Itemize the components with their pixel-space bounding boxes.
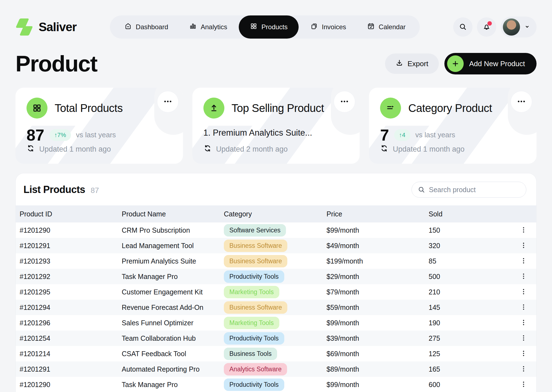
search-product-input[interactable] [412,182,526,198]
delta-badge: ↑4 [394,129,410,141]
row-menu-button[interactable] [518,240,529,251]
kebab-icon [520,226,527,234]
row-menu-button[interactable] [518,364,529,375]
kebab-icon [520,350,527,358]
cell-product-id: #1201290 [16,381,118,389]
category-badge: Productivity Tools [224,332,284,345]
notification-dot [487,21,492,26]
kebab-icon [520,273,527,281]
table-row: #1201290 Task Manager Pro Productivity T… [16,377,536,392]
table-row: #1201214 CSAT Feedback Tool Business Too… [16,346,536,361]
search-button[interactable] [453,17,473,37]
home-icon [124,22,132,32]
table-row: #1201293 Premium Analytics Suite Busines… [16,253,536,269]
category-badge: Analytics Software [224,363,287,375]
category-badge: Productivity Tools [224,270,284,283]
table-row: #1201254 Team Collaboration Hub Producti… [16,331,536,346]
row-menu-button[interactable] [518,333,529,344]
cell-product-id: #1201295 [16,288,118,296]
updated-label: Updated 1 month ago [39,145,111,154]
column-header-product-name: Product Name [118,210,220,218]
cell-category: Productivity Tools [220,378,323,391]
cell-category: Business Software [220,255,323,267]
refresh-icon [380,144,388,154]
cell-product-name: Automated Reporting Pro [118,365,220,373]
table-body: #1201290 CRM Pro Subscription Software S… [16,222,536,392]
export-button[interactable]: Export [385,53,439,74]
invoice-icon [310,22,318,32]
nav-item-calendar[interactable]: Calendar [358,15,415,39]
row-menu-button[interactable] [518,256,529,267]
products-table-card: List Products 87 Product ID Product Name… [15,173,537,392]
add-new-product-button[interactable]: Add New Product [444,53,537,74]
row-menu-button[interactable] [518,286,529,297]
category-badge: Business Software [224,301,287,314]
cell-price: $99/month [323,226,425,234]
cell-category: Business Software [220,301,323,314]
page: Saliver Dashboard Analytics Products Inv… [0,0,552,392]
plus-icon [447,55,464,72]
cell-category: Marketing Tools [220,317,323,329]
cell-product-name: CSAT Feedback Tool [118,350,220,358]
cell-sold: 145 [425,304,508,312]
nav-item-products[interactable]: Products [239,15,299,39]
cell-category: Software Services [220,224,323,237]
brand-logo-icon [15,18,34,36]
nav-item-label: Dashboard [136,23,168,31]
cell-sold: 85 [425,257,508,265]
cell-sold: 320 [425,242,508,250]
table-row: #1201294 Revenue Forecast Add-On Busines… [16,300,536,315]
cell-category: Business Software [220,240,323,252]
kebab-icon [520,381,527,389]
row-menu-button[interactable] [518,379,529,390]
grid-icon [26,98,47,119]
compare-label: vs last years [76,131,116,139]
refresh-icon [26,144,35,154]
row-menu-button[interactable] [518,271,529,282]
table-row: #1201296 Sales Funnel Optimizer Marketin… [16,315,536,331]
calendar-check-icon [367,22,375,32]
cell-sold: 210 [425,288,508,296]
updated-label: Updated 2 month ago [216,145,288,154]
column-header-price: Price [323,210,425,218]
cell-price: $99/month [323,319,425,327]
row-menu-button[interactable] [518,302,529,313]
main-nav: Dashboard Analytics Products Invoices Ca… [110,15,420,39]
table-row: #1201290 CRM Pro Subscription Software S… [16,222,536,238]
search-icon [459,23,467,32]
cell-price: $79/month [323,288,425,296]
column-header-sold: Sold [425,210,508,218]
table-head: List Products 87 [16,173,536,205]
user-menu[interactable] [501,17,537,37]
refresh-icon [203,144,212,154]
top-upload-icon [203,98,224,119]
avatar [503,18,520,36]
page-title: Product [15,51,97,77]
cell-product-id: #1201296 [16,319,118,327]
table-count-badge: 87 [91,186,99,195]
nav-item-label: Invoices [322,23,346,31]
row-menu-button[interactable] [518,317,529,328]
nav-item-dashboard[interactable]: Dashboard [115,15,177,39]
nav-item-invoices[interactable]: Invoices [301,15,355,39]
cell-product-id: #1201294 [16,304,118,312]
nav-item-label: Products [261,23,288,31]
card-value: 7 [380,126,389,144]
cell-price: $89/month [323,365,425,373]
cell-sold: 150 [425,226,508,234]
nav-item-analytics[interactable]: Analytics [180,15,237,39]
row-menu-button[interactable] [518,225,529,236]
cell-category: Analytics Software [220,363,323,375]
row-menu-button[interactable] [518,348,529,359]
card-top-selling: Top Selling Product 1. Premium Analytics… [192,88,360,164]
category-list-icon [380,98,401,119]
kebab-icon [520,242,527,250]
cell-sold: 275 [425,334,508,342]
notifications-button[interactable] [477,17,496,37]
cell-product-id: #1201254 [16,334,118,342]
kebab-icon [520,365,527,373]
cell-sold: 165 [425,365,508,373]
cell-price: $49/month [323,242,425,250]
cell-category: Marketing Tools [220,286,323,298]
header-controls [453,17,537,37]
